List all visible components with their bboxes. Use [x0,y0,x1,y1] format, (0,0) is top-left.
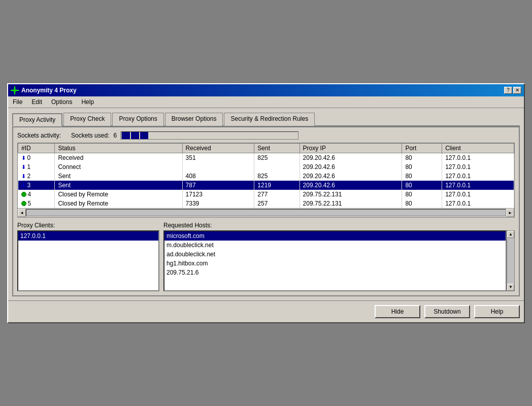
cell-proxy_ip: 209.20.42.6 [300,172,402,181]
connections-table-container: #ID Status Received Sent Proxy IP Port C… [17,143,515,218]
cell-sent [254,162,300,172]
proxy-clients-listbox[interactable]: 127.0.0.1 [17,230,159,291]
cell-port: 80 [402,199,442,208]
cell-sent: 825 [254,172,300,181]
cell-sent: 277 [254,190,300,199]
hosts-list-container: microsoft.comm.doubleclick.netad.doublec… [163,230,515,291]
cell-port: 80 [402,181,442,190]
menu-file[interactable]: File [11,97,24,107]
hscroll-track[interactable] [26,209,506,216]
host-item[interactable]: ad.doubleclick.net [164,250,506,259]
hscroll-left-button[interactable]: ◄ [18,209,26,217]
vertical-scrollbar[interactable]: ▲ ▼ [507,230,515,291]
host-item[interactable]: 209.75.21.6 [164,268,506,277]
window-title: Anonymity 4 Proxy [21,87,77,94]
menu-edit[interactable]: Edit [29,97,44,107]
tab-proxy-options[interactable]: Proxy Options [112,113,163,126]
socket-block-1 [122,132,130,139]
host-item[interactable]: m.doubleclick.net [164,241,506,250]
hscroll-right-button[interactable]: ► [506,209,514,217]
shutdown-button[interactable]: Shutdown [424,305,470,318]
help-button[interactable]: Help [474,305,520,318]
tab-proxy-check[interactable]: Proxy Check [63,113,111,126]
vscroll-up-button[interactable]: ▲ [507,231,514,238]
cell-id: ⬇0 [18,153,55,162]
vscroll-down-button[interactable]: ▼ [507,284,514,291]
tab-proxy-activity[interactable]: Proxy Activity [12,113,62,126]
cell-received [182,162,254,172]
col-header-client: Client [442,143,514,153]
socket-block-2 [131,132,139,139]
cell-status: Sent [55,181,182,190]
table-row[interactable]: ⬇3Sent7871219209.20.42.680127.0.0.1 [18,181,514,190]
hide-button[interactable]: Hide [375,305,420,318]
bottom-section: Proxy Clients: 127.0.0.1 Requested Hosts… [17,222,515,291]
requested-hosts-listbox[interactable]: microsoft.comm.doubleclick.netad.doublec… [163,230,507,291]
cell-port: 80 [402,162,442,172]
cell-proxy_ip: 209.20.42.6 [300,162,402,172]
menubar: File Edit Options Help [8,96,524,108]
table-row[interactable]: 4Closed by Remote17123277209.75.22.13180… [18,190,514,199]
cell-id: 5 [18,199,55,208]
sockets-used-count: 6 [113,132,117,139]
sockets-used-label: Sockets used: [71,132,109,139]
footer-buttons: Hide Shutdown Help [8,300,524,322]
cell-proxy_ip: 209.20.42.6 [300,153,402,162]
help-title-button[interactable]: ? [504,87,512,94]
green-circle-icon [21,192,26,197]
cell-port: 80 [402,153,442,162]
title-bar-left: Anonymity 4 Proxy [11,86,77,94]
cell-id: ⬇3 [18,181,55,190]
sockets-bar-container [121,131,298,140]
cell-sent: 1219 [254,181,300,190]
cell-client: 127.0.0.1 [442,172,514,181]
table-row[interactable]: 5Closed by Remote7339257209.75.22.131801… [18,199,514,208]
arrow-icon: ⬇ [21,155,26,161]
table-row[interactable]: ⬇1Connect209.20.42.680127.0.0.1 [18,162,514,172]
cell-port: 80 [402,190,442,199]
tab-browser-options[interactable]: Browser Options [165,113,223,126]
cell-proxy_ip: 209.75.22.131 [300,190,402,199]
arrow-icon: ⬇ [21,164,26,170]
cell-status: Sent [55,172,182,181]
cell-status: Closed by Remote [55,199,182,208]
cell-status: Received [55,153,182,162]
cell-client: 127.0.0.1 [442,153,514,162]
svg-rect-5 [13,89,16,91]
main-content: Proxy Activity Proxy Check Proxy Options… [8,108,524,300]
col-header-received: Received [182,143,254,153]
col-header-status: Status [55,143,182,153]
host-item[interactable]: hg1.hitbox.com [164,259,506,268]
table-scroll-area[interactable]: #ID Status Received Sent Proxy IP Port C… [18,143,514,208]
proxy-clients-label: Proxy Clients: [17,222,159,229]
svg-rect-1 [14,92,15,94]
cell-received: 351 [182,153,254,162]
arrow-icon: ⬇ [21,173,26,179]
table-row[interactable]: ⬇0Received351825209.20.42.680127.0.0.1 [18,153,514,162]
close-title-button[interactable]: ✕ [513,87,521,94]
host-item[interactable]: microsoft.com [164,231,506,241]
col-header-id: #ID [18,143,55,153]
cell-proxy_ip: 209.20.42.6 [300,181,402,190]
tab-content-proxy-activity: Sockets activity: Sockets used: 6 [12,126,520,296]
cell-received: 408 [182,172,254,181]
cell-sent: 825 [254,153,300,162]
cell-client: 127.0.0.1 [442,162,514,172]
menu-options[interactable]: Options [49,97,74,107]
cell-id: ⬇2 [18,172,55,181]
cell-client: 127.0.0.1 [442,181,514,190]
table-row[interactable]: ⬇2Sent408825209.20.42.680127.0.0.1 [18,172,514,181]
svg-rect-2 [11,90,13,91]
cell-received: 787 [182,181,254,190]
horizontal-scrollbar[interactable]: ◄ ► [18,208,514,217]
cell-status: Closed by Remote [55,190,182,199]
cell-id: 4 [18,190,55,199]
proxy-client-item[interactable]: 127.0.0.1 [18,231,158,241]
menu-help[interactable]: Help [79,97,96,107]
cell-client: 127.0.0.1 [442,190,514,199]
cell-status: Connect [55,162,182,172]
cell-proxy_ip: 209.75.22.131 [300,199,402,208]
tab-security-rules[interactable]: Security & Redirection Rules [224,113,315,126]
proxy-clients-panel: Proxy Clients: 127.0.0.1 [17,222,159,291]
cell-id: ⬇1 [18,162,55,172]
